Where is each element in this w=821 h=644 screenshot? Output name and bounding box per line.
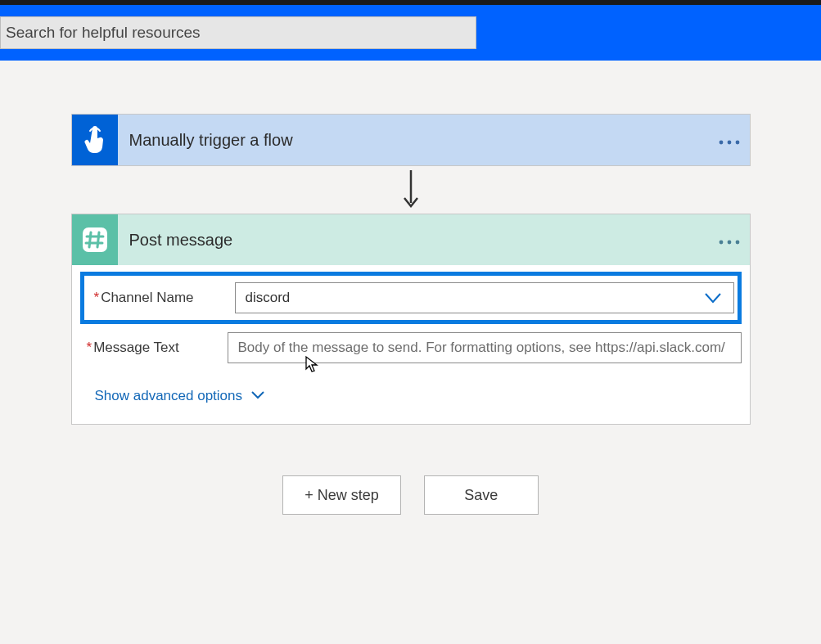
message-text-label: *Message Text: [80, 340, 228, 356]
trigger-menu-button[interactable]: [709, 129, 750, 151]
action-card: Post message *Channel Name discord: [71, 214, 751, 425]
message-text-row: *Message Text: [80, 329, 742, 367]
svg-line-5: [89, 232, 91, 247]
action-card-body: *Channel Name discord *Message Text Show…: [72, 265, 750, 424]
footer-buttons: + New step Save: [71, 475, 751, 515]
channel-name-row: *Channel Name discord: [80, 272, 742, 324]
show-advanced-options-link[interactable]: Show advanced options: [95, 388, 266, 404]
flow-arrow-connector: [401, 166, 421, 214]
action-card-header[interactable]: Post message: [72, 214, 750, 265]
action-title: Post message: [118, 231, 709, 250]
message-text-input[interactable]: [228, 332, 742, 363]
svg-rect-4: [83, 227, 107, 252]
channel-name-label-text: Channel Name: [101, 290, 193, 305]
svg-point-1: [727, 141, 731, 145]
search-input[interactable]: [0, 16, 476, 49]
channel-name-dropdown[interactable]: discord: [235, 282, 734, 313]
channel-name-value: discord: [246, 290, 291, 306]
flow-canvas: Manually trigger a flow: [0, 61, 821, 515]
svg-point-0: [719, 141, 723, 145]
chevron-down-icon: [704, 290, 722, 309]
trigger-title: Manually trigger a flow: [118, 131, 709, 150]
trigger-card-header[interactable]: Manually trigger a flow: [72, 115, 750, 165]
message-text-label-text: Message Text: [93, 340, 179, 355]
slack-hash-icon: [72, 214, 118, 265]
new-step-button[interactable]: + New step: [282, 475, 401, 515]
svg-point-2: [735, 141, 739, 145]
save-button[interactable]: Save: [424, 475, 539, 515]
required-asterisk: *: [87, 340, 92, 355]
chevron-down-icon: [250, 388, 265, 404]
channel-name-label: *Channel Name: [88, 290, 235, 306]
svg-line-6: [97, 232, 99, 247]
required-asterisk: *: [94, 290, 100, 305]
svg-point-10: [727, 241, 731, 245]
action-menu-button[interactable]: [709, 229, 750, 250]
header-bar: [0, 5, 821, 61]
svg-point-11: [735, 241, 739, 245]
manual-trigger-icon: [72, 115, 118, 165]
trigger-card[interactable]: Manually trigger a flow: [71, 114, 751, 166]
show-advanced-label: Show advanced options: [95, 388, 243, 404]
svg-point-9: [719, 241, 723, 245]
